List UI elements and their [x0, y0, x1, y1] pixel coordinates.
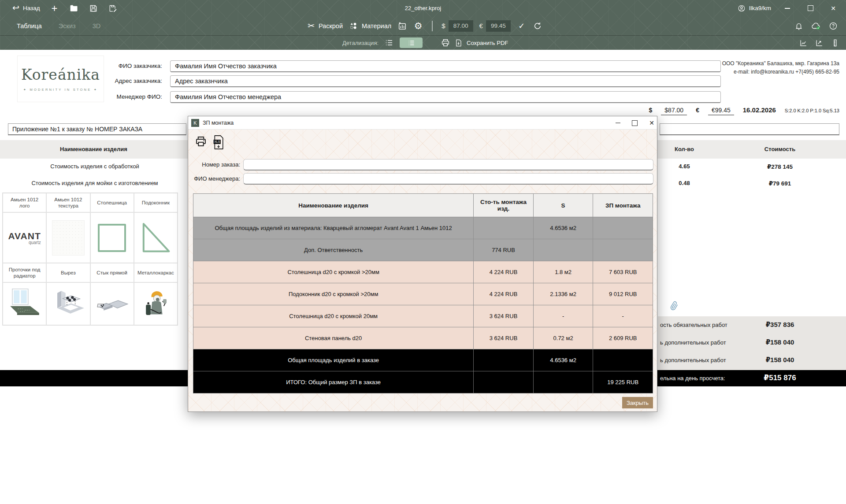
detail-list-full-toggle[interactable] — [400, 37, 423, 48]
maximize-button[interactable] — [804, 3, 817, 14]
save-icon[interactable] — [89, 4, 98, 13]
dialog-export-xls-icon[interactable]: XLS — [213, 135, 224, 150]
installation-table-header: Наименование изделия Сто-ть монтажа изд.… — [193, 194, 653, 217]
countertop-shape-icon — [90, 212, 134, 263]
order-number-label: Номер заказа: — [188, 161, 240, 168]
order-number-input[interactable] — [243, 159, 653, 170]
apply-rates-icon[interactable]: ✓ — [517, 21, 527, 31]
print-icon[interactable] — [441, 38, 450, 48]
usd-rate-input[interactable] — [449, 20, 473, 32]
save-pdf-label[interactable]: Сохранить PDF — [467, 40, 508, 46]
table-row: Доп. Ответственность774 RUB — [193, 239, 653, 261]
notifications-bell-icon[interactable] — [794, 21, 804, 31]
table-row: Подоконник d20 с кромкой >20мм4 224 RUB … — [193, 283, 653, 305]
material-button[interactable]: Материал — [349, 22, 391, 30]
dialog-title: ЗП монтажа — [203, 120, 234, 126]
settings-gear-icon[interactable]: ⚙ — [413, 21, 423, 31]
total-label: ость обязательных работ — [660, 322, 727, 328]
installation-table: Наименование изделия Сто-ть монтажа изд.… — [193, 193, 653, 393]
window-title: 22_other.kproj — [0, 0, 846, 16]
table-row-grand-total: ИТОГО: Общий размер ЗП в заказе 19 225 R… — [193, 371, 653, 393]
titlebar: ↩ Назад + 22_other.kproj Ilka9/km ✕ — [0, 0, 846, 16]
avant-logo-text: AVANT — [8, 231, 41, 241]
stone-texture-swatch — [46, 212, 90, 263]
measure-ruler-icon[interactable] — [830, 38, 840, 48]
exchange-rates-line: $ $87.00 € €99.45 16.02.2026 S:2.0 K:2.0… — [649, 106, 839, 115]
manager-name-label: Менеджер ФИО: — [89, 93, 162, 100]
xls-badge: XLS — [214, 140, 220, 143]
thumb-label: Проточки под радиатор — [3, 263, 46, 282]
customer-address-input[interactable] — [170, 75, 721, 87]
customer-address-label: Адрес заказчика: — [89, 78, 162, 84]
report-chart-icon[interactable] — [798, 38, 808, 48]
thumb-label: Металлокаркас — [134, 263, 178, 282]
eur-rate-input[interactable] — [486, 20, 511, 32]
dialog-print-icon[interactable] — [194, 135, 208, 148]
th-install-cost: Сто-ть монтажа изд. — [474, 194, 534, 217]
manager-fio-input[interactable] — [243, 173, 653, 185]
back-button[interactable]: ↩ Назад — [12, 4, 40, 12]
new-project-icon[interactable]: + — [50, 4, 59, 13]
order-title-input[interactable] — [8, 123, 186, 135]
cloud-sync-icon[interactable] — [811, 21, 821, 31]
company-address: ООО "Кореаника" Балашиха, мкр. Гагарина … — [722, 59, 839, 68]
back-icon: ↩ — [12, 4, 19, 12]
detail-list-simple-icon[interactable] — [384, 38, 394, 48]
close-button[interactable]: ✕ — [827, 3, 840, 14]
dialog-minimize-button[interactable] — [616, 122, 620, 123]
th-product: Наименование изделия — [193, 194, 474, 217]
tab-table[interactable]: Таблица — [17, 22, 42, 30]
dialog-minimize-icon — [616, 122, 620, 123]
row-name: Стоимость изделия с обработкой — [0, 163, 189, 170]
thumb-label: Вырез — [46, 263, 90, 282]
th-salary: ЗП монтажа — [593, 194, 653, 217]
windowsill-shape-icon — [134, 212, 178, 263]
customer-name-input[interactable] — [170, 60, 721, 72]
attachment-paperclip-icon[interactable] — [668, 300, 680, 312]
radiator-grooves-illustration — [3, 282, 46, 325]
straight-seam-illustration — [90, 282, 134, 325]
installation-salary-dialog: K ЗП монтажа ✕ XLS Номер зак — [188, 116, 657, 412]
tab-3d[interactable]: 3D — [93, 22, 101, 30]
dialog-close-button[interactable]: ✕ — [649, 119, 654, 126]
eur-rate-value: €99.45 — [708, 107, 734, 115]
customer-name-label: ФИО заказчика: — [89, 63, 162, 69]
open-folder-icon[interactable] — [69, 4, 79, 13]
user-menu[interactable]: Ilka9/km — [738, 4, 771, 12]
cut-layout-button[interactable]: ✂ Раскрой — [308, 22, 343, 30]
toolbar-separator — [432, 21, 433, 31]
dialog-close-action-button[interactable]: Закрыть — [622, 397, 653, 408]
manager-name-input[interactable] — [170, 91, 721, 103]
statistics-icon[interactable] — [397, 21, 407, 31]
dialog-titlebar: K ЗП монтажа ✕ — [188, 116, 657, 130]
calc-date: 16.02.2026 — [743, 106, 776, 114]
thumb-label: Амьен 1012 текстура — [46, 193, 90, 212]
save-pdf-icon[interactable] — [454, 39, 463, 47]
thumb-label: Стык прямой — [90, 263, 134, 282]
row-qty: 4.65 — [658, 163, 711, 170]
tab-sketch[interactable]: Эскиз — [59, 22, 76, 30]
total-value: ₽158 040 — [727, 356, 833, 364]
help-icon[interactable] — [828, 21, 838, 31]
totals-block: ость обязательных работ ₽357 836 ь допол… — [658, 316, 846, 370]
thumb-label: Амьен 1012 лого — [3, 193, 46, 212]
minimize-button[interactable] — [781, 3, 794, 14]
dialog-maximize-button[interactable] — [632, 120, 638, 126]
export-report-icon[interactable] — [814, 38, 824, 48]
total-label: ь дополнительных работ — [660, 339, 726, 346]
detail-bar: Детализация: Сохранить PDF — [0, 35, 846, 50]
material-label: Материал — [362, 22, 391, 30]
cutout-illustration — [46, 282, 90, 325]
dialog-maximize-icon — [632, 120, 638, 126]
thumb-label: Столешница — [90, 193, 134, 212]
detail-list-full-icon — [408, 39, 415, 47]
col-name-header: Наименование изделия — [0, 146, 187, 152]
save-as-icon[interactable] — [108, 4, 118, 13]
detail-label: Детализация: — [342, 40, 378, 46]
grand-total-label: ельна на день просчета: — [660, 375, 725, 382]
app-window: ↩ Назад + 22_other.kproj Ilka9/km ✕ — [0, 0, 846, 504]
refresh-rates-icon[interactable] — [533, 21, 542, 31]
row-qty: 0.48 — [658, 180, 711, 186]
usd-rate-value: $87.00 — [661, 107, 687, 115]
order-extra-input[interactable] — [660, 123, 839, 135]
